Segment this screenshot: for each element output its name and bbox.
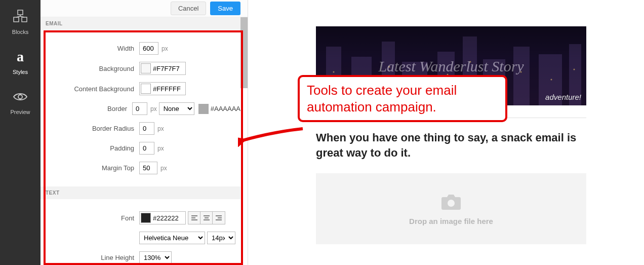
text-border-hex: #AAAAAA	[211, 105, 240, 112]
select-font-size[interactable]: 14px	[207, 232, 235, 244]
svg-point-30	[470, 61, 471, 63]
label-padding: Padding	[41, 144, 139, 152]
annotation-text: Tools to create your email automation ca…	[307, 82, 498, 115]
panel-toolbar: Cancel Save	[41, 0, 248, 17]
save-button[interactable]: Save	[210, 2, 240, 15]
label-width: Width	[41, 45, 139, 52]
label-font: Font	[41, 214, 139, 222]
blocks-icon	[12, 9, 29, 26]
styles-panel: Cancel Save EMAIL Width px Background	[41, 0, 248, 265]
unit-radius: px	[157, 125, 164, 132]
input-width[interactable]	[139, 42, 158, 55]
sidebar-item-preview[interactable]: Preview	[10, 89, 30, 115]
sidebar-label-blocks: Blocks	[12, 29, 28, 35]
svg-rect-22	[513, 47, 530, 105]
drop-zone-label: Drop an image file here	[409, 217, 493, 225]
label-line-height: Line Height	[41, 254, 139, 261]
label-background: Background	[41, 65, 139, 72]
input-border-width[interactable]	[132, 102, 147, 115]
annotation-callout: Tools to create your email automation ca…	[298, 75, 507, 122]
unit-border: px	[150, 105, 157, 112]
input-margin-top[interactable]	[139, 162, 157, 174]
section-header-text: TEXT	[41, 186, 240, 199]
align-left-button[interactable]	[188, 212, 200, 224]
image-drop-zone[interactable]: Drop an image file here	[316, 173, 586, 244]
sidebar-item-blocks[interactable]: Blocks	[12, 9, 29, 35]
camera-icon	[440, 192, 462, 217]
sidebar-label-preview: Preview	[10, 109, 30, 115]
email-preview: Latest Wanderlust Story adventure! When …	[316, 26, 586, 244]
unit-width: px	[162, 45, 168, 52]
preview-icon	[12, 89, 29, 106]
cancel-button[interactable]: Cancel	[171, 2, 206, 15]
label-margin-top: Margin Top	[41, 164, 139, 172]
svg-point-25	[333, 71, 335, 73]
input-content-bg-hex[interactable]	[151, 84, 183, 94]
hero-subtitle: adventure!	[545, 93, 581, 101]
select-border-style[interactable]: None	[159, 102, 194, 115]
svg-point-4	[18, 95, 22, 99]
svg-point-34	[574, 69, 575, 70]
align-right-button[interactable]	[213, 212, 225, 224]
svg-rect-1	[14, 17, 19, 22]
swatch-border[interactable]	[198, 104, 209, 114]
svg-rect-0	[18, 10, 23, 15]
label-border-radius: Border Radius	[41, 125, 139, 132]
select-line-height[interactable]: 130%	[139, 251, 172, 264]
svg-point-32	[520, 71, 522, 73]
svg-point-33	[551, 79, 552, 81]
panel-scrollbar[interactable]	[240, 17, 248, 88]
label-content-background: Content Background	[41, 85, 139, 93]
input-background-hex[interactable]	[151, 64, 183, 73]
select-font-family[interactable]: Helvetica Neue	[139, 232, 205, 244]
svg-text:a: a	[17, 49, 24, 64]
align-center-button[interactable]	[200, 212, 213, 224]
swatch-font-color[interactable]	[141, 213, 151, 223]
svg-rect-2	[22, 17, 27, 22]
sidebar-item-styles[interactable]: a Styles	[12, 49, 29, 75]
text-align-group	[188, 211, 225, 224]
annotation-arrow-icon	[238, 127, 304, 148]
input-border-radius[interactable]	[139, 122, 154, 135]
sidebar-label-styles: Styles	[13, 69, 28, 75]
unit-padding: px	[157, 145, 164, 152]
swatch-content-background[interactable]	[141, 84, 151, 94]
preview-headline: When you have one thing to say, a snack …	[316, 130, 586, 160]
section-header-email: EMAIL	[41, 17, 240, 30]
swatch-background[interactable]	[141, 63, 151, 73]
styles-icon: a	[12, 49, 29, 66]
unit-margin: px	[160, 165, 167, 172]
svg-point-27	[389, 66, 390, 68]
input-font-hex[interactable]	[151, 213, 183, 223]
input-padding[interactable]	[139, 142, 154, 155]
svg-point-35	[448, 200, 455, 207]
label-border: Border	[41, 105, 132, 112]
